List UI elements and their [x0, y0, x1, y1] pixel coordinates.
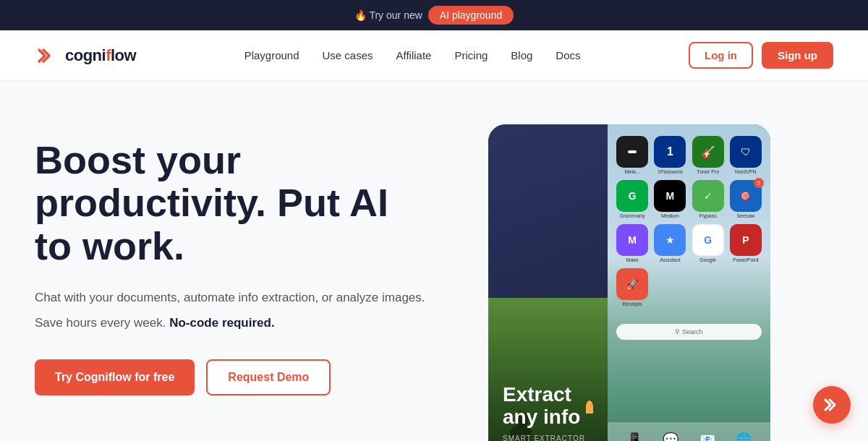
app-icon-assistant: ★ — [654, 224, 686, 256]
app-cell: 🎸 Tuner Pro — [692, 136, 724, 174]
navbar: cogniflow Playground Use cases Affiliate… — [0, 30, 868, 81]
hero-subtitle-2: Save hours every week. No-code required. — [35, 316, 425, 330]
svg-rect-1 — [628, 150, 637, 153]
hero-title: Boost your productivity. Put AI to work. — [35, 139, 425, 267]
logo[interactable]: cogniflow — [35, 43, 136, 69]
phone-dock: 📱 💬 📧 🌐 — [608, 422, 770, 441]
app-cell: ★ Assistant — [654, 224, 686, 262]
nav-actions: Log in Sign up — [689, 42, 833, 69]
app-icon-receipts: 🚀 — [616, 268, 648, 300]
app-cell: P PowerPoint — [730, 224, 762, 262]
app-cell: 1 1Password — [654, 136, 686, 174]
nav-blog[interactable]: Blog — [511, 49, 532, 61]
app-icon-nord: 🛡 — [730, 136, 762, 168]
hero-subtitle-bold: No-code required. — [169, 316, 274, 330]
nav-use-cases[interactable]: Use cases — [323, 49, 373, 61]
app-cell: 🚀 Receipts — [616, 268, 648, 307]
extract-panel: Extractany info SMART EXTRACTOR — [488, 124, 608, 441]
phone-mockup: Extractany info SMART EXTRACTOR — [488, 124, 770, 441]
hero-right: Extractany info SMART EXTRACTOR — [425, 124, 833, 441]
request-demo-button[interactable]: Request Demo — [206, 359, 331, 395]
login-button[interactable]: Log in — [689, 42, 753, 69]
app-cell: M Medium — [654, 180, 686, 218]
dock-icon-phone: 📱 — [621, 427, 647, 441]
logo-text: cogniflow — [65, 46, 136, 65]
logo-icon — [35, 43, 61, 69]
hero-buttons: Try Cogniflow for free Request Demo — [35, 359, 425, 395]
dock-icon-safari: 🌐 — [731, 427, 757, 441]
app-icon-powerpoint: P — [730, 224, 762, 256]
nav-links: Playground Use cases Affiliate Pricing B… — [244, 49, 581, 62]
app-cell: G Google — [692, 224, 724, 262]
app-icon-make: M — [616, 224, 648, 256]
hero-left: Boost your productivity. Put AI to work.… — [35, 124, 425, 395]
app-cell: ✓ Flypass — [692, 180, 724, 218]
dock-icon-messages: 💬 — [658, 427, 684, 441]
floating-chat-widget[interactable] — [813, 386, 851, 424]
nav-pricing[interactable]: Pricing — [454, 49, 488, 61]
extract-title: Extractany info — [503, 384, 593, 429]
nav-playground[interactable]: Playground — [244, 49, 299, 61]
try-free-button[interactable]: Try Cogniflow for free — [35, 359, 195, 395]
app-cell: 🛡 NordVPN — [730, 136, 762, 174]
app-icon-flypass: ✓ — [692, 180, 724, 212]
app-cell: M Make — [616, 224, 648, 262]
app-icon-meta — [616, 136, 648, 168]
app-icon-google: G — [692, 224, 724, 256]
phone-bg: Extractany info SMART EXTRACTOR — [488, 124, 770, 441]
dock-icon-mail: 📧 — [694, 427, 720, 441]
nav-docs[interactable]: Docs — [556, 49, 580, 61]
app-badge: 5 — [754, 178, 764, 188]
ai-playground-button[interactable]: AI playground — [428, 6, 514, 25]
phone-search-bar[interactable]: ⚲ Search — [616, 324, 762, 340]
app-cell: G Grammarly — [616, 180, 648, 218]
signup-button[interactable]: Sign up — [762, 42, 833, 69]
app-icon-seesaw: 🎯 5 — [730, 180, 762, 212]
phone-screen: Meta... 1 1Password 🎸 — [608, 124, 770, 441]
app-grid: Meta... 1 1Password 🎸 — [608, 124, 770, 318]
app-icon-1password: 1 — [654, 136, 686, 168]
hero-subtitle: Chat with your documents, automate info … — [35, 288, 425, 307]
app-icon-tuner: 🎸 — [692, 136, 724, 168]
app-icon-medium: M — [654, 180, 686, 212]
banner-try-text: 🔥 Try our new — [354, 9, 422, 21]
nav-affiliate[interactable]: Affiliate — [396, 49, 432, 61]
app-icon-grammarly: G — [616, 180, 648, 212]
app-cell: Meta... — [616, 136, 648, 174]
app-cell: 🎯 5 Seesaw — [730, 180, 762, 218]
extract-subtitle: SMART EXTRACTOR — [503, 434, 593, 441]
top-banner: 🔥 Try our new AI playground — [0, 0, 868, 30]
hero-section: Boost your productivity. Put AI to work.… — [0, 81, 868, 441]
